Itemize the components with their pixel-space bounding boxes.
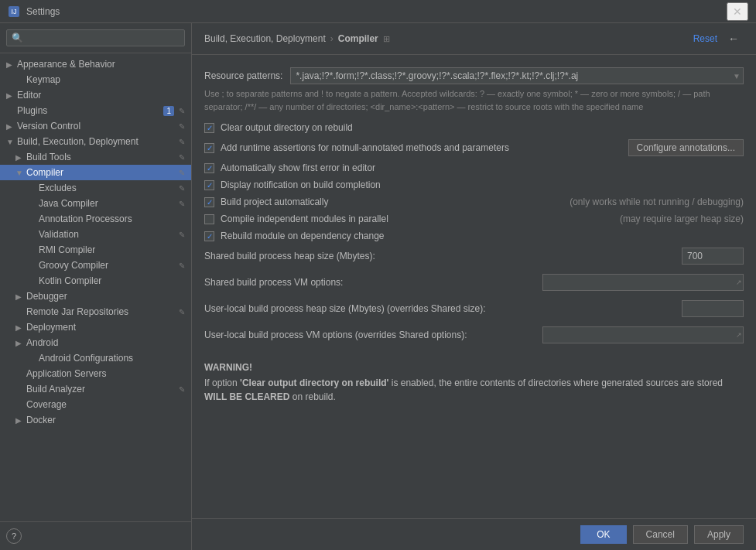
nav-tree: ▶ Appearance & Behavior Keymap ▶ Editor …	[0, 53, 191, 521]
compile-parallel-checkbox[interactable]	[204, 214, 214, 224]
sidebar-item-label: Keymap	[26, 74, 185, 85]
heap-label: Shared build process heap size (Mbytes):	[204, 251, 674, 261]
sidebar-item-annotation-processors[interactable]: Annotation Processors	[0, 211, 191, 227]
auto-show-error-label: Automatically show first error in editor	[221, 162, 744, 173]
compile-parallel-note: (may require larger heap size)	[620, 214, 744, 224]
sidebar-item-label: Groovy Compiler	[39, 260, 177, 271]
sidebar-item-label: Build Tools	[26, 152, 177, 162]
expand-icon[interactable]: ↗	[736, 278, 742, 286]
pin-icon[interactable]: ⊞	[383, 34, 390, 44]
warning-title: WARNING!	[204, 362, 744, 373]
build-auto-checkbox[interactable]	[204, 197, 214, 207]
ok-button[interactable]: OK	[580, 525, 626, 544]
sidebar-item-groovy-compiler[interactable]: Groovy Compiler ✎	[0, 258, 191, 273]
sidebar: ▶ Appearance & Behavior Keymap ▶ Editor …	[0, 23, 192, 550]
search-input[interactable]	[6, 29, 185, 46]
sidebar-item-excludes[interactable]: Excludes ✎	[0, 180, 191, 196]
heap-size-input[interactable]	[682, 248, 744, 265]
clear-output-label: Clear output directory on rebuild	[221, 122, 744, 133]
sidebar-item-coverage[interactable]: Coverage	[0, 397, 191, 412]
settings-window: IJ Settings ✕ ▶ Appearance & Behavior Ke…	[0, 0, 756, 550]
sidebar-item-label: Version Control	[17, 121, 177, 132]
sidebar-item-label: Validation	[39, 229, 177, 240]
help-button[interactable]: ?	[6, 528, 22, 544]
shared-vm-input[interactable]	[542, 274, 744, 291]
sidebar-item-build-execution[interactable]: ▼ Build, Execution, Deployment ✎	[0, 134, 191, 149]
sidebar-item-label: Android	[26, 337, 185, 348]
edit-icon: ✎	[179, 200, 185, 208]
user-vm-input-container: ↗	[542, 326, 744, 343]
sidebar-item-android-configs[interactable]: Android Configurations	[0, 350, 191, 366]
arrow-icon: ▶	[15, 416, 25, 425]
checkbox-row-auto-show-error: Automatically show first error in editor	[204, 162, 744, 173]
add-runtime-checkbox[interactable]	[204, 143, 214, 153]
arrow-icon: ▶	[15, 323, 25, 332]
sidebar-item-android[interactable]: ▶ Android	[0, 335, 191, 350]
cancel-button[interactable]: Cancel	[633, 525, 688, 544]
user-heap-input[interactable]	[682, 300, 744, 317]
sidebar-item-deployment[interactable]: ▶ Deployment	[0, 319, 191, 335]
expand-icon[interactable]: ↗	[736, 331, 742, 339]
arrow-icon: ▶	[15, 292, 25, 301]
titlebar: IJ Settings ✕	[0, 0, 756, 23]
edit-icon: ✎	[179, 107, 185, 115]
sidebar-item-label: Build Analyzer	[26, 384, 177, 395]
edit-icon: ✎	[179, 169, 185, 177]
resource-patterns-hint: Use ; to separate patterns and ! to nega…	[204, 87, 744, 113]
clear-output-checkbox[interactable]	[204, 123, 214, 133]
sidebar-item-label: Remote Jar Repositories	[26, 306, 177, 317]
sidebar-item-label: Android Configurations	[39, 353, 185, 364]
sidebar-item-remote-jar[interactable]: Remote Jar Repositories ✎	[0, 304, 191, 319]
header-actions: Reset ←	[693, 31, 744, 46]
apply-button[interactable]: Apply	[694, 525, 744, 544]
resource-patterns-input[interactable]	[290, 67, 744, 84]
breadcrumb-path: Build, Execution, Deployment	[204, 33, 326, 44]
sidebar-item-app-servers[interactable]: Application Servers	[0, 366, 191, 381]
sidebar-item-java-compiler[interactable]: Java Compiler ✎	[0, 196, 191, 211]
sidebar-item-label: Appearance & Behavior	[17, 59, 185, 70]
sidebar-item-debugger[interactable]: ▶ Debugger	[0, 289, 191, 304]
sidebar-item-kotlin-compiler[interactable]: Kotlin Compiler	[0, 273, 191, 289]
sidebar-item-keymap[interactable]: Keymap	[0, 72, 191, 87]
heap-row: Shared build process heap size (Mbytes):	[204, 248, 744, 265]
checkbox-row-rebuild-module: Rebuild module on dependency change	[204, 231, 744, 241]
checkbox-row-build-auto: Build project automatically (only works …	[204, 196, 744, 207]
shared-vm-row: Shared build process VM options: ↗	[204, 274, 744, 291]
sidebar-item-compiler[interactable]: ▼ Compiler ✎	[0, 165, 191, 180]
arrow-icon: ▼	[15, 169, 25, 177]
user-vm-input[interactable]	[542, 326, 744, 343]
warning-text: If option 'Clear output directory on reb…	[204, 376, 744, 404]
edit-icon: ✎	[179, 231, 185, 239]
breadcrumb-current: Compiler	[338, 33, 378, 44]
edit-icon: ✎	[179, 308, 185, 316]
sidebar-item-version-control[interactable]: ▶ Version Control ✎	[0, 118, 191, 134]
sidebar-item-build-analyzer[interactable]: Build Analyzer ✎	[0, 381, 191, 397]
arrow-icon: ▶	[6, 91, 15, 100]
sidebar-item-appearance[interactable]: ▶ Appearance & Behavior	[0, 56, 191, 72]
display-notification-checkbox[interactable]	[204, 180, 214, 190]
close-button[interactable]: ✕	[727, 2, 748, 21]
nav-back-button[interactable]: ←	[724, 31, 744, 46]
rebuild-module-checkbox[interactable]	[204, 231, 214, 241]
reset-button[interactable]: Reset	[693, 33, 717, 44]
main-content: Resource patterns: ▼ Use ; to separate p…	[192, 55, 756, 518]
breadcrumb-separator: ›	[330, 33, 334, 44]
resource-patterns-row: Resource patterns: ▼	[204, 67, 744, 84]
checkbox-row-clear-output: Clear output directory on rebuild	[204, 122, 744, 133]
build-auto-note: (only works while not running / debuggin…	[570, 196, 744, 207]
sidebar-item-docker[interactable]: ▶ Docker	[0, 412, 191, 428]
sidebar-item-label: Editor	[17, 90, 185, 101]
auto-show-error-checkbox[interactable]	[204, 163, 214, 173]
sidebar-item-plugins[interactable]: Plugins 1 ✎	[0, 103, 191, 118]
sidebar-item-build-tools[interactable]: ▶ Build Tools ✎	[0, 149, 191, 165]
sidebar-item-validation[interactable]: Validation ✎	[0, 227, 191, 242]
arrow-icon: ▶	[6, 122, 15, 131]
configure-annotations-button[interactable]: Configure annotations...	[628, 139, 744, 156]
user-heap-row: User-local build process heap size (Mbyt…	[204, 300, 744, 317]
sidebar-item-editor[interactable]: ▶ Editor	[0, 87, 191, 103]
sidebar-item-rmi-compiler[interactable]: RMI Compiler	[0, 242, 191, 258]
compile-parallel-label: Compile independent modules in parallel	[221, 214, 614, 224]
checkbox-row-display-notification: Display notification on build completion	[204, 179, 744, 190]
edit-icon: ✎	[179, 261, 185, 270]
checkbox-row-add-runtime: Add runtime assertions for notnull-annot…	[204, 139, 744, 156]
